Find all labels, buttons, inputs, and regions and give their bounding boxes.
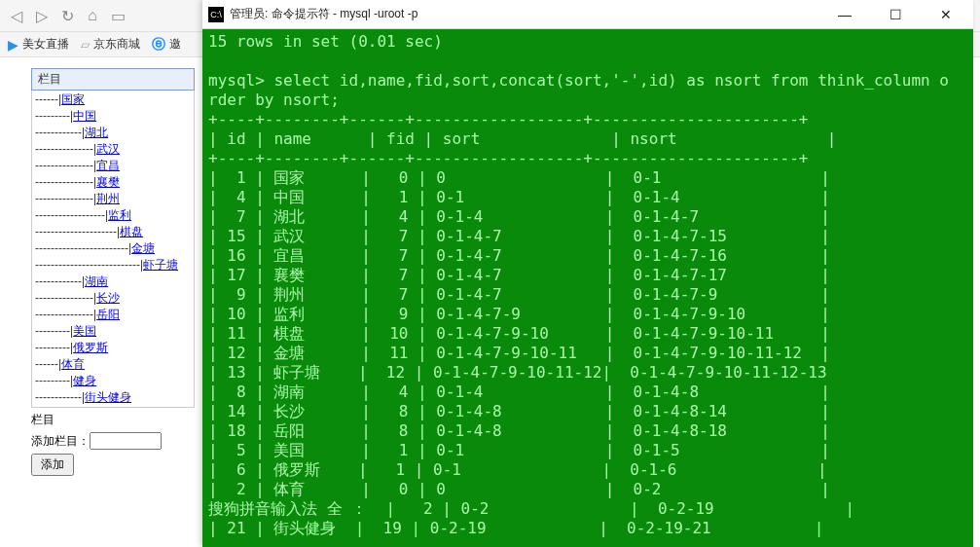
window-controls: — ☐ ✕ bbox=[823, 7, 967, 22]
play-icon: ▶ bbox=[8, 37, 18, 53]
reload-button[interactable]: ↻ bbox=[54, 3, 80, 28]
tree-item[interactable]: ------|国家 bbox=[35, 91, 191, 108]
tree-link[interactable]: 武汉 bbox=[96, 142, 120, 156]
add-label: 添加栏目： bbox=[31, 434, 90, 448]
tree-item[interactable]: ------------|街头健身 bbox=[35, 389, 191, 406]
tree-link[interactable]: 虾子塘 bbox=[143, 258, 178, 272]
tree-item[interactable]: ------------------------|金塘 bbox=[35, 240, 191, 257]
tree-item[interactable]: ------|体育 bbox=[35, 356, 191, 373]
doc-icon: ▱ bbox=[81, 38, 90, 52]
tree-item[interactable]: ---------------|武汉 bbox=[35, 141, 191, 158]
close-button[interactable]: ✕ bbox=[925, 7, 967, 22]
tree-item[interactable]: ------------|湖南 bbox=[35, 274, 191, 290]
terminal-titlebar[interactable]: C:\ 管理员: 命令提示符 - mysql -uroot -p — ☐ ✕ bbox=[202, 0, 973, 29]
tree-link[interactable]: 湖南 bbox=[85, 274, 108, 288]
tree-link[interactable]: 湖北 bbox=[85, 126, 108, 139]
category-panel: 栏目 ------|国家---------|中国------------|湖北-… bbox=[31, 68, 195, 476]
back-button[interactable]: ◁ bbox=[4, 3, 29, 28]
bookmark-label: 邀 bbox=[169, 36, 181, 53]
tree-link[interactable]: 监利 bbox=[108, 208, 131, 222]
bookmark-beauty-live[interactable]: ▶ 美女直播 bbox=[8, 36, 69, 53]
maximize-button[interactable]: ☐ bbox=[874, 7, 917, 22]
tree-link[interactable]: 国家 bbox=[61, 92, 85, 106]
panel-title: 栏目 bbox=[31, 68, 195, 91]
tree-item[interactable]: ---------|中国 bbox=[35, 108, 191, 125]
tree-link[interactable]: 俄罗斯 bbox=[73, 341, 108, 354]
home-button[interactable]: ⌂ bbox=[80, 3, 105, 28]
tree-item[interactable]: ---------------|岳阳 bbox=[35, 307, 191, 323]
tree-link[interactable]: 荆州 bbox=[96, 192, 120, 205]
cmd-icon: C:\ bbox=[208, 7, 224, 22]
tree-item[interactable]: ------------------|监利 bbox=[35, 207, 191, 224]
tree-item[interactable]: ---------|俄罗斯 bbox=[35, 340, 191, 356]
tree-link[interactable]: 宜昌 bbox=[96, 159, 120, 172]
add-button[interactable]: 添加 bbox=[31, 454, 74, 476]
tree-link[interactable]: 体育 bbox=[61, 357, 85, 371]
bookmark-ie[interactable]: ⓔ 邀 bbox=[152, 36, 181, 54]
tree-item[interactable]: ------------|湖北 bbox=[35, 125, 191, 141]
tree-link[interactable]: 金塘 bbox=[131, 241, 155, 255]
tree-item[interactable]: ---------------|荆州 bbox=[35, 191, 191, 207]
forward-button[interactable]: ▷ bbox=[29, 3, 54, 28]
tree-item[interactable]: ---------|美国 bbox=[35, 323, 191, 340]
add-input[interactable] bbox=[90, 432, 162, 450]
tree-link[interactable]: 棋盘 bbox=[120, 225, 143, 238]
tree-item[interactable]: ---------------|宜昌 bbox=[35, 158, 191, 174]
terminal-title-text: 管理员: 命令提示符 - mysql -uroot -p bbox=[230, 6, 823, 22]
tree-link[interactable]: 襄樊 bbox=[96, 175, 120, 189]
bookmark-label: 美女直播 bbox=[22, 36, 69, 53]
terminal-body[interactable]: 15 rows in set (0.01 sec) mysql> select … bbox=[202, 29, 973, 547]
tree-item[interactable]: ---------------------|棋盘 bbox=[35, 224, 191, 240]
tree-link[interactable]: 美国 bbox=[73, 324, 96, 338]
tree-item[interactable]: ---------------|长沙 bbox=[35, 290, 191, 307]
tree-link[interactable]: 健身 bbox=[73, 374, 96, 387]
add-row: 添加栏目： bbox=[31, 432, 195, 450]
minimize-button[interactable]: — bbox=[823, 7, 866, 22]
tree-link[interactable]: 街头健身 bbox=[85, 390, 131, 404]
bookmark-jd[interactable]: ▱ 京东商城 bbox=[81, 36, 140, 53]
bookmark-toggle[interactable]: ▭ bbox=[105, 3, 130, 28]
tree-item[interactable]: ---------------------------|虾子塘 bbox=[35, 257, 191, 274]
label-col: 栏目 bbox=[31, 412, 195, 428]
tree-link[interactable]: 岳阳 bbox=[96, 308, 120, 321]
tree-link[interactable]: 长沙 bbox=[96, 291, 120, 305]
category-tree: ------|国家---------|中国------------|湖北----… bbox=[31, 91, 195, 408]
tree-item[interactable]: ---------|健身 bbox=[35, 373, 191, 389]
terminal-window: C:\ 管理员: 命令提示符 - mysql -uroot -p — ☐ ✕ 1… bbox=[202, 0, 973, 547]
ie-icon: ⓔ bbox=[152, 36, 165, 54]
tree-link[interactable]: 中国 bbox=[73, 109, 96, 123]
bookmark-label: 京东商城 bbox=[93, 36, 140, 53]
tree-item[interactable]: ---------------|襄樊 bbox=[35, 174, 191, 191]
